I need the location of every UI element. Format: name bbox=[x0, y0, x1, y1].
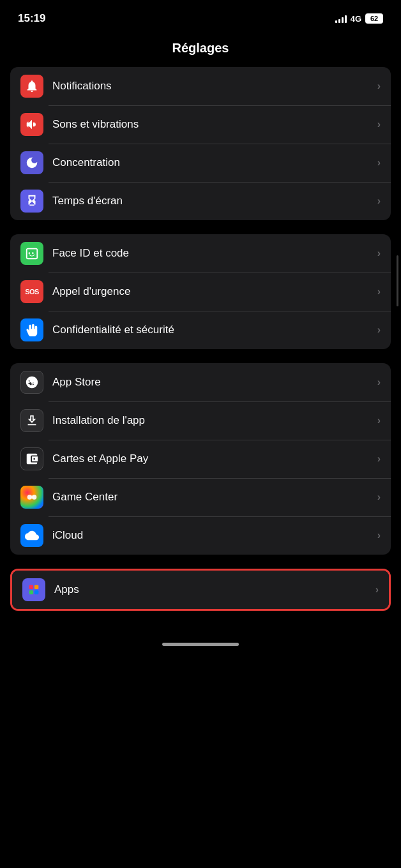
highlighted-apps-group: Apps › bbox=[10, 569, 391, 611]
icloud-chevron: › bbox=[377, 530, 381, 541]
wallet-icon-wrap bbox=[20, 447, 43, 470]
gamecenter-icon bbox=[25, 490, 39, 504]
settings-container: Notifications › Sons et vibrations › Con… bbox=[0, 67, 401, 611]
emergency-label: Appel d'urgence bbox=[52, 285, 372, 298]
svg-rect-6 bbox=[34, 590, 38, 594]
privacy-chevron: › bbox=[377, 324, 381, 336]
notifications-icon-wrap bbox=[20, 75, 43, 98]
settings-row-sounds[interactable]: Sons et vibrations › bbox=[10, 105, 391, 144]
scroll-indicator bbox=[397, 255, 398, 306]
emergency-chevron: › bbox=[377, 286, 381, 297]
settings-row-privacy[interactable]: Confidentialité et sécurité › bbox=[10, 311, 391, 349]
sounds-label: Sons et vibrations bbox=[52, 118, 372, 131]
svg-rect-4 bbox=[34, 585, 38, 589]
gamecenter-chevron: › bbox=[377, 491, 381, 503]
icloud-label: iCloud bbox=[52, 529, 372, 542]
privacy-icon-wrap bbox=[20, 318, 43, 341]
install-chevron: › bbox=[377, 415, 381, 426]
settings-group-1: Notifications › Sons et vibrations › Con… bbox=[10, 67, 391, 220]
sounds-icon-wrap bbox=[20, 113, 43, 136]
screentime-label: Temps d'écran bbox=[52, 195, 372, 207]
settings-row-appstore[interactable]: App Store › bbox=[10, 363, 391, 401]
settings-row-faceid[interactable]: Face ID et code › bbox=[10, 234, 391, 273]
sound-icon bbox=[25, 117, 39, 131]
svg-point-2 bbox=[30, 495, 34, 499]
emergency-icon-wrap: SOS bbox=[20, 280, 43, 303]
gamecenter-label: Game Center bbox=[52, 491, 372, 504]
hand-icon bbox=[25, 323, 39, 337]
bell-icon bbox=[25, 79, 39, 93]
battery-container: 62 bbox=[365, 13, 383, 24]
signal-bars-icon bbox=[335, 14, 347, 23]
settings-row-icloud[interactable]: iCloud › bbox=[10, 516, 391, 555]
install-label: Installation de l'app bbox=[52, 414, 372, 427]
settings-row-screentime[interactable]: Temps d'écran › bbox=[10, 182, 391, 220]
settings-row-emergency[interactable]: SOS Appel d'urgence › bbox=[10, 273, 391, 311]
screentime-icon-wrap bbox=[20, 190, 43, 213]
page-title: Réglages bbox=[0, 33, 401, 67]
svg-rect-5 bbox=[29, 590, 33, 594]
wallet-label: Cartes et Apple Pay bbox=[52, 453, 372, 465]
moon-icon bbox=[25, 156, 39, 170]
appstore-icon bbox=[25, 375, 39, 389]
notifications-chevron: › bbox=[377, 80, 381, 92]
network-label: 4G bbox=[351, 14, 361, 24]
sounds-chevron: › bbox=[377, 119, 381, 130]
install-icon bbox=[25, 414, 39, 428]
home-indicator bbox=[0, 630, 401, 656]
hourglass-icon bbox=[25, 194, 39, 208]
apps-grid-icon bbox=[27, 583, 41, 597]
svg-rect-3 bbox=[29, 585, 33, 589]
gamecenter-icon-wrap bbox=[20, 486, 43, 509]
appstore-icon-wrap bbox=[20, 371, 43, 394]
sos-text-icon: SOS bbox=[25, 288, 39, 296]
battery-level: 62 bbox=[365, 13, 383, 24]
settings-group-2: Face ID et code › SOS Appel d'urgence › … bbox=[10, 234, 391, 349]
apps-icon-wrap bbox=[22, 578, 45, 601]
status-bar: 15:19 4G 62 bbox=[0, 0, 401, 33]
appstore-label: App Store bbox=[52, 376, 372, 389]
faceid-icon bbox=[25, 246, 39, 260]
icloud-icon bbox=[25, 528, 39, 542]
appstore-chevron: › bbox=[377, 377, 381, 388]
home-indicator-bar bbox=[162, 643, 239, 646]
notifications-label: Notifications bbox=[52, 80, 372, 93]
settings-row-gamecenter[interactable]: Game Center › bbox=[10, 478, 391, 516]
settings-row-install[interactable]: Installation de l'app › bbox=[10, 401, 391, 440]
focus-chevron: › bbox=[377, 157, 381, 168]
wallet-icon bbox=[25, 452, 39, 466]
focus-label: Concentration bbox=[52, 156, 372, 169]
settings-row-apps[interactable]: Apps › bbox=[12, 571, 389, 609]
status-right: 4G 62 bbox=[335, 13, 383, 24]
faceid-label: Face ID et code bbox=[52, 247, 372, 260]
privacy-label: Confidentialité et sécurité bbox=[52, 324, 372, 336]
faceid-icon-wrap bbox=[20, 242, 43, 265]
wallet-chevron: › bbox=[377, 453, 381, 465]
settings-row-focus[interactable]: Concentration › bbox=[10, 144, 391, 182]
icloud-icon-wrap bbox=[20, 524, 43, 547]
apps-label: Apps bbox=[54, 583, 370, 596]
faceid-chevron: › bbox=[377, 248, 381, 259]
settings-row-notifications[interactable]: Notifications › bbox=[10, 67, 391, 105]
settings-group-3: App Store › Installation de l'app › Cart… bbox=[10, 363, 391, 555]
screentime-chevron: › bbox=[377, 195, 381, 207]
install-icon-wrap bbox=[20, 409, 43, 432]
status-time: 15:19 bbox=[18, 12, 45, 25]
apps-chevron: › bbox=[375, 584, 379, 595]
focus-icon-wrap bbox=[20, 151, 43, 174]
settings-row-wallet[interactable]: Cartes et Apple Pay › bbox=[10, 440, 391, 478]
